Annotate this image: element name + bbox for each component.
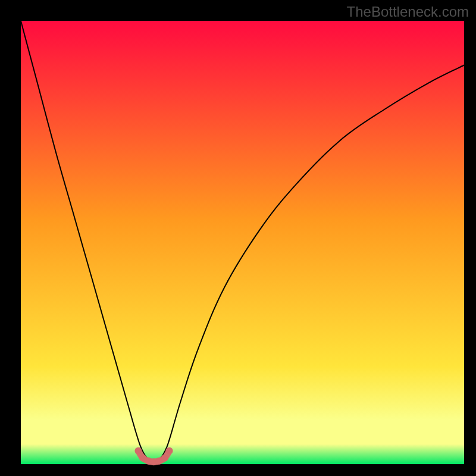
floor-marker-dot	[166, 447, 173, 455]
gradient-background	[21, 21, 464, 464]
bottleneck-plot	[21, 21, 464, 464]
watermark-text: TheBottleneck.com	[347, 4, 469, 20]
chart-canvas: TheBottleneck.com	[0, 0, 476, 476]
floor-marker-dot	[134, 447, 142, 455]
floor-marker-dot	[161, 455, 168, 462]
